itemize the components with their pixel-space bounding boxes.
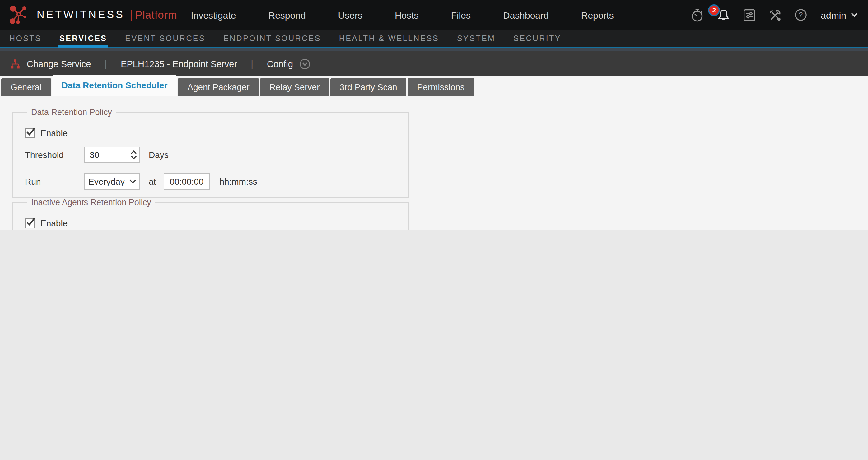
primary-menu: Investigate Respond Users Hosts Files Da…	[191, 10, 614, 20]
module-nav-health-wellness[interactable]: HEALTH & WELLNESS	[339, 30, 439, 47]
breadcrumb-separator: |	[251, 59, 253, 69]
run-time-input[interactable]	[163, 173, 209, 190]
enable-checkbox[interactable]	[25, 128, 35, 138]
brand-product: Platform	[135, 8, 177, 22]
chevron-down-icon	[850, 12, 858, 18]
panel-title: Inactive Agents Retention Policy	[27, 198, 155, 207]
top-right-controls: 2	[690, 7, 858, 22]
inactive-agents-retention-policy-panel: Inactive Agents Retention Policy Enable …	[12, 198, 409, 230]
top-nav-bar: NETWITNESS | Platform Investigate Respon…	[0, 0, 868, 30]
tab-data-retention-scheduler[interactable]: Data Retention Scheduler	[52, 75, 177, 96]
threshold-unit: Days	[149, 150, 168, 160]
tab-general[interactable]: General	[1, 78, 51, 96]
run-frequency-select[interactable]: Everyday	[84, 173, 140, 190]
threshold-label: Threshold	[25, 150, 84, 160]
enable-label: Enable	[40, 128, 67, 138]
brand[interactable]: NETWITNESS | Platform	[8, 4, 177, 26]
brand-name: NETWITNESS	[37, 9, 125, 21]
menu-item-users[interactable]: Users	[338, 10, 363, 20]
module-nav-endpoint-sources[interactable]: ENDPOINT SOURCES	[223, 30, 321, 47]
change-service-link[interactable]: Change Service	[27, 59, 91, 69]
sitemap-icon	[10, 59, 21, 69]
module-nav-event-sources[interactable]: EVENT SOURCES	[125, 30, 205, 47]
config-tabs: General Data Retention Scheduler Agent P…	[0, 76, 868, 96]
tab-3rd-party-scan[interactable]: 3rd Party Scan	[330, 78, 406, 96]
preferences-panel-icon[interactable]	[743, 8, 756, 22]
notifications-bell-icon[interactable]: 2	[716, 8, 731, 22]
module-nav-hosts[interactable]: HOSTS	[9, 30, 41, 47]
netwitness-app: NETWITNESS | Platform Investigate Respon…	[0, 0, 868, 230]
jobs-timer-icon[interactable]	[690, 7, 704, 22]
module-nav-system[interactable]: SYSTEM	[457, 30, 495, 47]
menu-item-respond[interactable]: Respond	[269, 10, 306, 20]
admin-module-nav: HOSTS SERVICES EVENT SOURCES ENDPOINT SO…	[0, 30, 868, 48]
module-nav-security[interactable]: SECURITY	[513, 30, 561, 47]
threshold-stepper[interactable]	[131, 147, 137, 163]
svg-text:?: ?	[799, 11, 803, 19]
breadcrumb-separator: |	[104, 59, 107, 69]
at-label: at	[149, 176, 156, 187]
run-label: Run	[25, 176, 84, 187]
breadcrumb: Change Service | EPLH1235 - Endpoint Ser…	[0, 48, 868, 76]
menu-item-dashboard[interactable]: Dashboard	[503, 10, 549, 20]
user-name: admin	[821, 10, 846, 20]
menu-item-hosts[interactable]: Hosts	[395, 10, 419, 20]
menu-item-files[interactable]: Files	[451, 10, 471, 20]
tab-relay-server[interactable]: Relay Server	[260, 78, 329, 96]
netwitness-logo-icon	[8, 4, 30, 26]
service-name: EPLH1235 - Endpoint Server	[121, 59, 237, 69]
menu-item-investigate[interactable]: Investigate	[191, 10, 236, 20]
view-selector-chevron-icon[interactable]	[299, 58, 310, 69]
enable-checkbox[interactable]	[25, 218, 35, 228]
brand-divider: |	[130, 8, 132, 22]
module-nav-services[interactable]: SERVICES	[59, 30, 107, 47]
notification-count: 2	[709, 5, 719, 14]
help-icon[interactable]: ?	[794, 8, 808, 22]
tab-agent-packager[interactable]: Agent Packager	[178, 78, 258, 96]
time-format-hint: hh:mm:ss	[219, 176, 257, 187]
notification-badge: 2	[708, 4, 720, 16]
admin-tools-icon[interactable]	[768, 8, 782, 22]
panel-title: Data Retention Policy	[27, 107, 116, 117]
menu-item-reports[interactable]: Reports	[581, 10, 614, 20]
user-menu[interactable]: admin	[821, 10, 858, 20]
data-retention-scheduler-content: Data Retention Policy Enable Threshold	[0, 96, 868, 230]
enable-label: Enable	[40, 218, 67, 228]
config-view-label[interactable]: Config	[267, 59, 293, 69]
tab-permissions[interactable]: Permissions	[408, 78, 474, 96]
data-retention-policy-panel: Data Retention Policy Enable Threshold	[12, 107, 409, 198]
